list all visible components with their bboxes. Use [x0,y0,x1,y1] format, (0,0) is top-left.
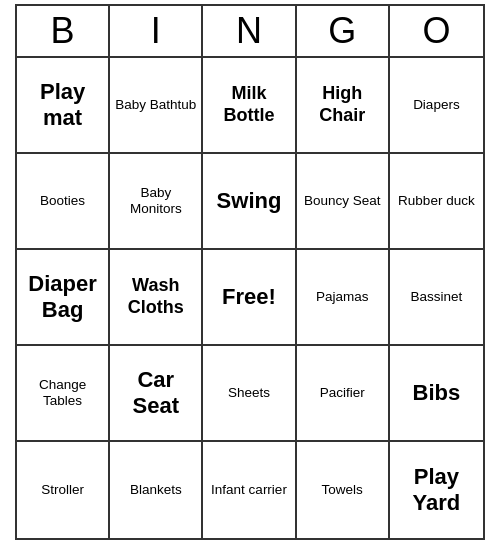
bingo-header: BINGO [17,6,483,58]
bingo-cell: Blankets [110,442,203,538]
bingo-cell: Milk Bottle [203,58,296,154]
bingo-cell: Car Seat [110,346,203,442]
bingo-cell: Change Tables [17,346,110,442]
bingo-cell: Pajamas [297,250,390,346]
bingo-cell: Stroller [17,442,110,538]
header-letter: I [110,6,203,56]
header-letter: N [203,6,296,56]
bingo-cell: Towels [297,442,390,538]
bingo-cell: Diapers [390,58,483,154]
bingo-cell: Pacifier [297,346,390,442]
bingo-cell: Baby Bathtub [110,58,203,154]
bingo-cell: High Chair [297,58,390,154]
bingo-cell: Free! [203,250,296,346]
bingo-cell: Play Yard [390,442,483,538]
bingo-cell: Swing [203,154,296,250]
bingo-cell: Diaper Bag [17,250,110,346]
header-letter: O [390,6,483,56]
bingo-card: BINGO Play matBaby BathtubMilk BottleHig… [15,4,485,540]
bingo-grid: Play matBaby BathtubMilk BottleHigh Chai… [17,58,483,538]
header-letter: B [17,6,110,56]
header-letter: G [297,6,390,56]
bingo-cell: Play mat [17,58,110,154]
bingo-cell: Sheets [203,346,296,442]
bingo-cell: Bouncy Seat [297,154,390,250]
bingo-cell: Baby Monitors [110,154,203,250]
bingo-cell: Bibs [390,346,483,442]
bingo-cell: Infant carrier [203,442,296,538]
bingo-cell: Rubber duck [390,154,483,250]
bingo-cell: Wash Cloths [110,250,203,346]
bingo-cell: Bassinet [390,250,483,346]
bingo-cell: Booties [17,154,110,250]
